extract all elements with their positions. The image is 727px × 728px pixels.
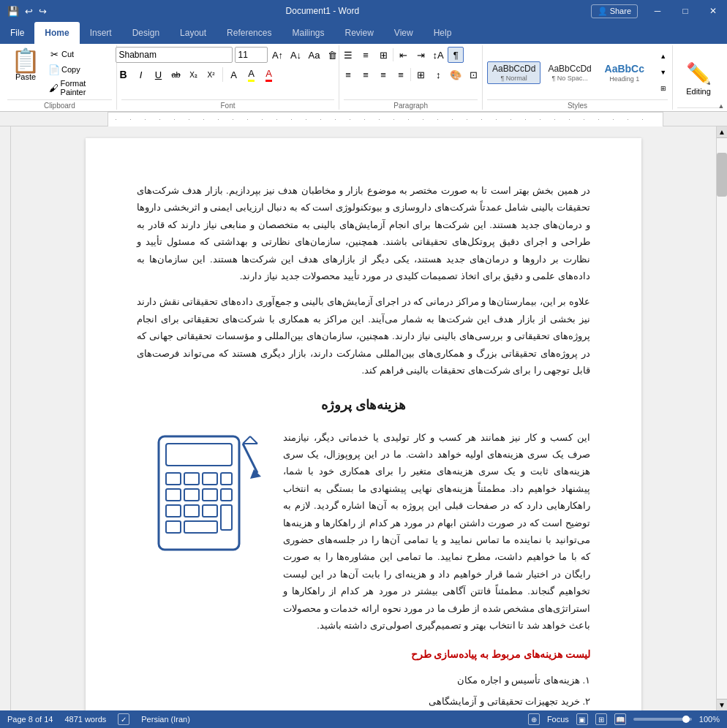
ruler-marks: [108, 113, 663, 126]
svg-rect-9: [221, 489, 232, 501]
zoom-slider[interactable]: [633, 718, 692, 721]
view-layout-btn[interactable]: ▣: [576, 713, 588, 725]
paragraph-1: در همین بخش بهتر است تا به صورت مختصر به…: [137, 182, 590, 284]
font-color-btn[interactable]: A: [261, 67, 277, 83]
increase-indent-btn[interactable]: ⇥: [413, 47, 429, 63]
proofing-icon[interactable]: ✓: [118, 713, 129, 725]
focus-btn[interactable]: ⊕: [528, 713, 540, 725]
vertical-scrollbar[interactable]: ▲ ▼: [716, 126, 727, 710]
align-left-btn[interactable]: ≡: [340, 67, 356, 83]
align-right-btn[interactable]: ≡: [375, 67, 391, 83]
styles-expand[interactable]: ⊞: [655, 80, 671, 96]
multilevel-list-btn[interactable]: ⊞: [375, 47, 391, 63]
change-case-btn[interactable]: Aa: [306, 47, 323, 63]
clear-formatting-btn[interactable]: 🗑: [325, 47, 341, 63]
save-quick-btn[interactable]: 💾: [6, 4, 20, 18]
editing-label: Editing: [686, 87, 711, 96]
close-button[interactable]: ✕: [699, 0, 727, 22]
styles-scroll-up[interactable]: ▲: [655, 48, 671, 64]
tab-review[interactable]: Review: [334, 22, 383, 44]
svg-rect-2: [166, 473, 181, 485]
columns-btn[interactable]: ⊞: [413, 67, 429, 83]
tab-view[interactable]: View: [384, 22, 423, 44]
clipboard-content: 📋 Paste ✂ Cut 📄 Copy 🖌 Format Painter: [7, 47, 112, 98]
cut-copy-format: ✂ Cut 📄 Copy 🖌 Format Painter: [45, 47, 112, 98]
tab-mailings[interactable]: Mailings: [282, 22, 334, 44]
horizontal-ruler: [108, 112, 663, 126]
svg-rect-10: [166, 505, 181, 517]
line-spacing-btn[interactable]: ↕: [430, 67, 446, 83]
editing-content: ✏️ Editing: [686, 47, 712, 106]
align-center-btn[interactable]: ≡: [358, 67, 374, 83]
document-scroll[interactable]: در همین بخش بهتر است تا به صورت مختصر به…: [11, 126, 716, 710]
left-margin: [0, 126, 11, 710]
styles-gallery: AaBbCcDd ¶ Normal AaBbCcDd ¶ No Spac... …: [487, 47, 671, 98]
view-web-btn[interactable]: ⊞: [595, 713, 607, 725]
font-content: A↑ A↓ Aa 🗑 B I U ab X₂ X² A A A: [116, 47, 341, 98]
ruler-lines: [116, 119, 655, 120]
scroll-track[interactable]: [717, 138, 727, 699]
subscript-button[interactable]: X₂: [186, 67, 202, 83]
align-row: ≡ ≡ ≡ ≡ ⊞ ↕ 🎨 ⊡: [340, 67, 481, 83]
undo-quick-btn[interactable]: ↩: [23, 4, 34, 18]
paste-button[interactable]: 📋 Paste: [7, 47, 44, 83]
paste-icon: 📋: [11, 49, 40, 72]
show-hide-btn[interactable]: ¶: [448, 47, 464, 63]
view-read-btn[interactable]: 📖: [614, 713, 626, 725]
minimize-button[interactable]: ─: [644, 0, 671, 22]
decrease-font-btn[interactable]: A↓: [288, 47, 304, 63]
svg-line-18: [250, 436, 257, 444]
tab-insert[interactable]: Insert: [80, 22, 122, 44]
borders-btn[interactable]: ⊡: [465, 67, 481, 83]
highlight-btn[interactable]: A: [244, 67, 260, 83]
font-name-input[interactable]: [116, 47, 233, 63]
cut-button[interactable]: ✂ Cut: [45, 47, 112, 61]
font-label: Font: [121, 99, 335, 110]
tab-help[interactable]: Help: [423, 22, 462, 44]
justify-btn[interactable]: ≡: [393, 67, 409, 83]
text-effects-btn[interactable]: A: [226, 67, 242, 83]
svg-rect-4: [203, 473, 217, 485]
svg-rect-12: [203, 505, 217, 517]
tab-design[interactable]: Design: [122, 22, 170, 44]
styles-scroll-down[interactable]: ▼: [655, 64, 671, 80]
style-normal[interactable]: AaBbCcDd ¶ Normal: [487, 61, 540, 84]
style-nospace[interactable]: AaBbCcDd ¶ No Spac...: [543, 61, 596, 84]
ribbon-collapse[interactable]: ▲: [715, 44, 727, 111]
share-icon: 👤: [598, 7, 608, 16]
maximize-button[interactable]: □: [671, 0, 699, 22]
redo-quick-btn[interactable]: ↪: [37, 4, 48, 18]
share-button[interactable]: 👤 Share: [591, 4, 638, 18]
tab-layout[interactable]: Layout: [170, 22, 216, 44]
list-section-heading: لیست هزینه‌های مربوط به پیاده‌سازی طرح: [137, 645, 590, 664]
tab-references[interactable]: References: [216, 22, 282, 44]
shading-btn[interactable]: 🎨: [448, 67, 464, 83]
scroll-up-btn[interactable]: ▲: [717, 126, 727, 138]
format-painter-button[interactable]: 🖌 Format Painter: [45, 77, 112, 98]
strikethrough-button[interactable]: ab: [168, 67, 184, 83]
font-size-input[interactable]: [235, 47, 268, 63]
superscript-button[interactable]: X²: [203, 67, 219, 83]
tab-file[interactable]: File: [0, 22, 34, 44]
numbered-list-btn[interactable]: ≡: [358, 47, 374, 63]
bold-button[interactable]: B: [116, 67, 132, 83]
tab-home[interactable]: Home: [34, 22, 79, 44]
paragraph-group: ☰ ≡ ⊞ ⇤ ⇥ ↕A ¶ ≡ ≡ ≡ ≡ ⊞ ↕ 🎨 ⊡ Paragrap: [339, 45, 483, 110]
bullets-btn[interactable]: ☰: [340, 47, 356, 63]
svg-rect-15: [184, 521, 217, 533]
copy-button[interactable]: 📄 Copy: [45, 62, 112, 77]
paste-label: Paste: [15, 72, 36, 81]
quick-access-toolbar: 💾 ↩ ↪: [0, 4, 54, 18]
italic-button[interactable]: I: [133, 67, 149, 83]
styles-label: Styles: [487, 99, 668, 110]
underline-button[interactable]: U: [151, 67, 167, 83]
increase-font-btn[interactable]: A↑: [270, 47, 286, 63]
scroll-thumb[interactable]: [717, 153, 727, 197]
style-heading1[interactable]: AaBbCc Heading 1: [599, 61, 650, 85]
scroll-down-btn[interactable]: ▼: [717, 699, 727, 710]
focus-label[interactable]: Focus: [547, 715, 569, 724]
sort-btn[interactable]: ↕A: [430, 47, 446, 63]
decrease-indent-btn[interactable]: ⇤: [395, 47, 411, 63]
editing-icon: ✏️: [686, 61, 712, 86]
calculator-svg: [144, 429, 268, 561]
